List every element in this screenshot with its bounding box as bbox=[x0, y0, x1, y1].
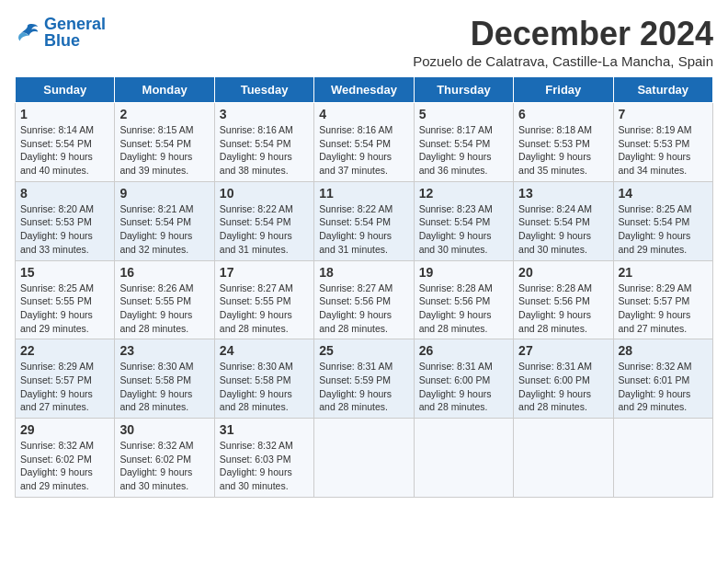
logo-text: General Blue bbox=[44, 15, 106, 51]
day-number: 4 bbox=[319, 107, 408, 121]
calendar-cell: 3Sunrise: 8:16 AMSunset: 5:54 PMDaylight… bbox=[214, 103, 313, 182]
day-number: 26 bbox=[419, 343, 508, 358]
calendar-cell: 21Sunrise: 8:29 AMSunset: 5:57 PMDayligh… bbox=[613, 260, 712, 339]
day-number: 10 bbox=[220, 186, 309, 201]
day-info: Sunrise: 8:29 AMSunset: 5:57 PMDaylight:… bbox=[619, 282, 708, 336]
day-info: Sunrise: 8:28 AMSunset: 5:56 PMDaylight:… bbox=[419, 282, 508, 336]
day-number: 19 bbox=[419, 265, 508, 280]
calendar-cell: 11Sunrise: 8:22 AMSunset: 5:54 PMDayligh… bbox=[314, 181, 414, 260]
calendar-cell bbox=[414, 419, 513, 498]
day-info: Sunrise: 8:15 AMSunset: 5:54 PMDaylight:… bbox=[119, 123, 209, 178]
title-block: December 2024 Pozuelo de Calatrava, Cast… bbox=[413, 15, 713, 69]
day-number: 27 bbox=[518, 343, 608, 358]
calendar-cell: 12Sunrise: 8:23 AMSunset: 5:54 PMDayligh… bbox=[414, 181, 513, 260]
calendar-cell: 26Sunrise: 8:31 AMSunset: 6:00 PMDayligh… bbox=[414, 339, 513, 419]
calendar-cell: 6Sunrise: 8:18 AMSunset: 5:53 PMDaylight… bbox=[514, 103, 613, 182]
day-number: 24 bbox=[220, 343, 309, 358]
day-info: Sunrise: 8:22 AMSunset: 5:54 PMDaylight:… bbox=[319, 202, 408, 257]
day-number: 1 bbox=[20, 107, 109, 121]
page-header: General Blue December 2024 Pozuelo de Ca… bbox=[15, 15, 713, 69]
calendar-cell: 23Sunrise: 8:30 AMSunset: 5:58 PMDayligh… bbox=[115, 339, 214, 419]
calendar-cell: 31Sunrise: 8:32 AMSunset: 6:03 PMDayligh… bbox=[214, 419, 313, 498]
day-info: Sunrise: 8:25 AMSunset: 5:55 PMDaylight:… bbox=[20, 282, 109, 336]
day-number: 29 bbox=[20, 422, 109, 437]
calendar-cell: 27Sunrise: 8:31 AMSunset: 6:00 PMDayligh… bbox=[514, 339, 613, 419]
day-info: Sunrise: 8:14 AMSunset: 5:54 PMDaylight:… bbox=[20, 123, 109, 178]
calendar-cell: 13Sunrise: 8:24 AMSunset: 5:54 PMDayligh… bbox=[514, 181, 613, 260]
day-number: 20 bbox=[518, 265, 608, 280]
day-info: Sunrise: 8:18 AMSunset: 5:53 PMDaylight:… bbox=[518, 123, 608, 178]
day-number: 15 bbox=[20, 265, 109, 280]
calendar-cell: 19Sunrise: 8:28 AMSunset: 5:56 PMDayligh… bbox=[414, 260, 513, 339]
calendar-cell: 22Sunrise: 8:29 AMSunset: 5:57 PMDayligh… bbox=[16, 339, 115, 419]
day-info: Sunrise: 8:24 AMSunset: 5:54 PMDaylight:… bbox=[518, 202, 608, 257]
calendar-cell: 17Sunrise: 8:27 AMSunset: 5:55 PMDayligh… bbox=[214, 260, 313, 339]
day-info: Sunrise: 8:25 AMSunset: 5:54 PMDaylight:… bbox=[619, 202, 708, 257]
day-info: Sunrise: 8:31 AMSunset: 6:00 PMDaylight:… bbox=[419, 360, 508, 414]
calendar-cell: 25Sunrise: 8:31 AMSunset: 5:59 PMDayligh… bbox=[314, 339, 414, 419]
day-info: Sunrise: 8:21 AMSunset: 5:54 PMDaylight:… bbox=[119, 202, 209, 257]
day-number: 12 bbox=[419, 186, 508, 201]
calendar-cell: 10Sunrise: 8:22 AMSunset: 5:54 PMDayligh… bbox=[214, 181, 313, 260]
day-header-thursday: Thursday bbox=[414, 77, 513, 103]
day-info: Sunrise: 8:17 AMSunset: 5:54 PMDaylight:… bbox=[419, 123, 508, 178]
day-info: Sunrise: 8:22 AMSunset: 5:54 PMDaylight:… bbox=[220, 202, 309, 257]
day-info: Sunrise: 8:31 AMSunset: 5:59 PMDaylight:… bbox=[319, 360, 408, 414]
day-number: 17 bbox=[220, 265, 309, 280]
day-info: Sunrise: 8:28 AMSunset: 5:56 PMDaylight:… bbox=[518, 282, 608, 336]
day-number: 23 bbox=[119, 343, 209, 358]
day-info: Sunrise: 8:32 AMSunset: 6:02 PMDaylight:… bbox=[119, 439, 209, 493]
calendar-cell bbox=[514, 419, 613, 498]
day-info: Sunrise: 8:30 AMSunset: 5:58 PMDaylight:… bbox=[119, 360, 209, 414]
week-row-3: 15Sunrise: 8:25 AMSunset: 5:55 PMDayligh… bbox=[16, 260, 713, 339]
calendar-body: 1Sunrise: 8:14 AMSunset: 5:54 PMDaylight… bbox=[16, 103, 713, 498]
calendar-cell: 30Sunrise: 8:32 AMSunset: 6:02 PMDayligh… bbox=[115, 419, 214, 498]
calendar-cell: 15Sunrise: 8:25 AMSunset: 5:55 PMDayligh… bbox=[16, 260, 115, 339]
calendar-cell bbox=[613, 419, 712, 498]
calendar-cell: 8Sunrise: 8:20 AMSunset: 5:53 PMDaylight… bbox=[16, 181, 115, 260]
day-number: 13 bbox=[518, 186, 608, 201]
day-number: 25 bbox=[319, 343, 408, 358]
day-info: Sunrise: 8:23 AMSunset: 5:54 PMDaylight:… bbox=[419, 202, 508, 257]
day-header-wednesday: Wednesday bbox=[314, 77, 414, 103]
page-subtitle: Pozuelo de Calatrava, Castille-La Mancha… bbox=[413, 53, 713, 69]
day-header-tuesday: Tuesday bbox=[214, 77, 313, 103]
day-number: 7 bbox=[619, 107, 708, 121]
day-info: Sunrise: 8:16 AMSunset: 5:54 PMDaylight:… bbox=[319, 123, 408, 178]
day-number: 16 bbox=[119, 265, 209, 280]
day-number: 6 bbox=[518, 107, 608, 121]
day-info: Sunrise: 8:30 AMSunset: 5:58 PMDaylight:… bbox=[220, 360, 309, 414]
day-number: 8 bbox=[20, 186, 109, 201]
day-number: 22 bbox=[20, 343, 109, 358]
day-number: 5 bbox=[419, 107, 508, 121]
page-title: December 2024 bbox=[413, 15, 713, 53]
calendar-cell: 7Sunrise: 8:19 AMSunset: 5:53 PMDaylight… bbox=[613, 103, 712, 182]
day-number: 14 bbox=[619, 186, 708, 201]
day-header-sunday: Sunday bbox=[16, 77, 115, 103]
calendar-cell: 20Sunrise: 8:28 AMSunset: 5:56 PMDayligh… bbox=[514, 260, 613, 339]
day-header-monday: Monday bbox=[115, 77, 214, 103]
day-header-saturday: Saturday bbox=[613, 77, 712, 103]
logo-bird-icon bbox=[15, 20, 40, 46]
calendar-header-row: SundayMondayTuesdayWednesdayThursdayFrid… bbox=[16, 77, 713, 103]
logo: General Blue bbox=[15, 15, 106, 51]
day-number: 21 bbox=[619, 265, 708, 280]
day-info: Sunrise: 8:16 AMSunset: 5:54 PMDaylight:… bbox=[220, 123, 309, 178]
day-info: Sunrise: 8:32 AMSunset: 6:03 PMDaylight:… bbox=[220, 439, 309, 493]
calendar-cell: 16Sunrise: 8:26 AMSunset: 5:55 PMDayligh… bbox=[115, 260, 214, 339]
day-info: Sunrise: 8:26 AMSunset: 5:55 PMDaylight:… bbox=[119, 282, 209, 336]
calendar-cell: 18Sunrise: 8:27 AMSunset: 5:56 PMDayligh… bbox=[314, 260, 414, 339]
day-info: Sunrise: 8:32 AMSunset: 6:02 PMDaylight:… bbox=[20, 439, 109, 493]
week-row-2: 8Sunrise: 8:20 AMSunset: 5:53 PMDaylight… bbox=[16, 181, 713, 260]
day-info: Sunrise: 8:19 AMSunset: 5:53 PMDaylight:… bbox=[619, 123, 708, 178]
day-header-friday: Friday bbox=[514, 77, 613, 103]
day-info: Sunrise: 8:27 AMSunset: 5:56 PMDaylight:… bbox=[319, 282, 408, 336]
calendar-cell: 4Sunrise: 8:16 AMSunset: 5:54 PMDaylight… bbox=[314, 103, 414, 182]
day-number: 2 bbox=[119, 107, 209, 121]
calendar-cell: 1Sunrise: 8:14 AMSunset: 5:54 PMDaylight… bbox=[16, 103, 115, 182]
week-row-1: 1Sunrise: 8:14 AMSunset: 5:54 PMDaylight… bbox=[16, 103, 713, 182]
calendar-cell: 28Sunrise: 8:32 AMSunset: 6:01 PMDayligh… bbox=[613, 339, 712, 419]
day-number: 9 bbox=[119, 186, 209, 201]
week-row-4: 22Sunrise: 8:29 AMSunset: 5:57 PMDayligh… bbox=[16, 339, 713, 419]
day-number: 11 bbox=[319, 186, 408, 201]
